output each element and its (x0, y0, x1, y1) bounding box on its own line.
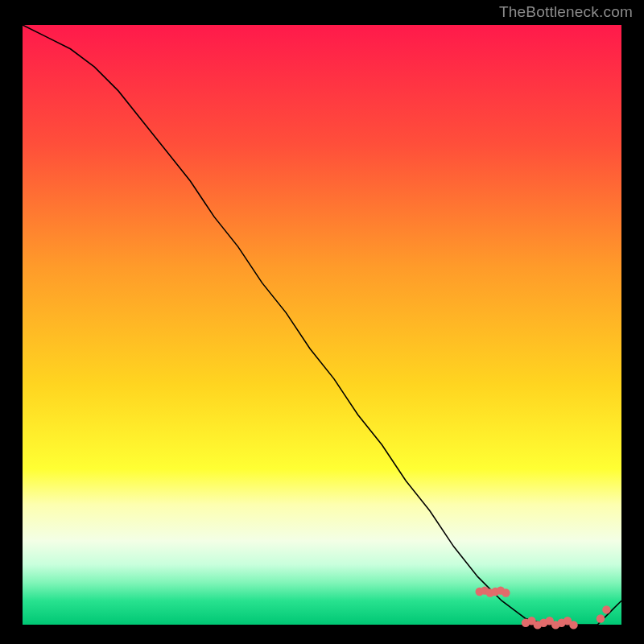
data-dot (502, 588, 510, 597)
chart-plot (0, 0, 644, 644)
plot-background (23, 25, 621, 625)
data-dot (569, 621, 577, 629)
chart-wrapper: { "attribution": "TheBottleneck.com", "c… (0, 0, 644, 644)
data-dot (597, 614, 605, 622)
data-dot (602, 605, 610, 613)
